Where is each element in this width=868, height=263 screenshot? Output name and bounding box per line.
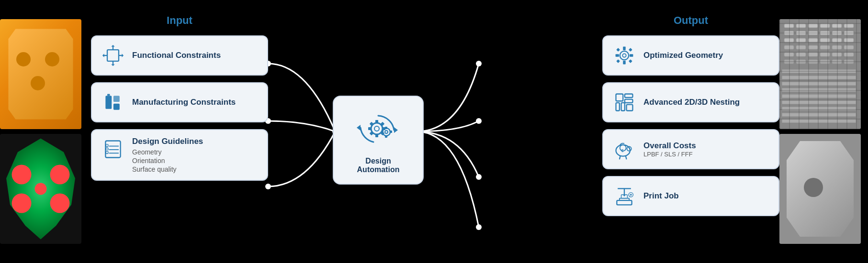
svg-rect-62 [627,105,633,111]
svg-point-125 [831,152,838,159]
printer-icon [612,184,637,208]
svg-rect-19 [113,96,120,102]
gear-icon [612,43,637,68]
svg-rect-55 [616,59,620,63]
svg-rect-88 [832,31,842,35]
svg-marker-11 [111,45,114,47]
svg-rect-123 [779,134,861,244]
green-topology-image [0,134,81,244]
svg-rect-89 [844,31,854,35]
svg-rect-41 [385,127,387,129]
svg-rect-53 [616,48,620,52]
advanced-nesting-label: Advanced 2D/3D Nesting [643,98,740,107]
svg-rect-77 [779,19,861,129]
svg-point-48 [622,54,626,57]
svg-text:€: € [621,148,624,153]
svg-rect-84 [784,31,794,35]
output-boxes: Optimized Geometry Advanced 2D/3 [602,35,779,216]
grid-blocks-icon [612,90,637,115]
svg-line-66 [626,156,627,159]
svg-rect-116 [782,82,856,86]
svg-rect-117 [782,88,856,92]
advanced-nesting-content: Advanced 2D/3D Nesting [643,98,740,107]
svg-rect-100 [832,45,842,49]
svg-rect-31 [375,120,378,123]
functional-constraints-label: Functional Constraints [132,51,221,60]
svg-rect-61 [621,103,625,111]
svg-rect-33 [368,127,372,130]
svg-rect-112 [832,60,842,64]
svg-point-76 [630,194,632,196]
svg-rect-110 [808,60,818,64]
svg-point-124 [802,152,810,159]
overall-costs-sublabel: LPBF / SLS / FFF [643,151,696,158]
svg-rect-43 [381,131,383,133]
svg-rect-26 [106,144,108,147]
svg-rect-59 [625,99,633,103]
svg-rect-92 [808,38,818,42]
left-images [0,0,89,263]
metal-part-image [779,134,861,244]
orange-part-image [0,19,81,129]
svg-rect-102 [784,53,794,56]
guideline-surface: Surface quality [132,165,203,173]
svg-rect-115 [782,76,856,79]
svg-rect-57 [616,94,623,101]
svg-rect-56 [629,59,632,63]
svg-rect-50 [623,61,626,64]
svg-rect-118 [782,94,856,98]
svg-point-2 [265,184,271,189]
overall-costs-box: € Overall Costs LPBF / SLS / FFF [602,129,779,169]
right-images [779,0,868,263]
svg-point-40 [385,131,388,133]
svg-point-39 [383,128,390,136]
svg-rect-54 [629,48,632,52]
optimized-geometry-content: Optimized Geometry [643,51,723,60]
svg-rect-93 [820,38,830,42]
print-job-label: Print Job [643,191,679,201]
svg-rect-78 [784,24,794,28]
svg-rect-27 [106,148,108,150]
overall-costs-content: Overall Costs LPBF / SLS / FFF [643,141,696,158]
svg-rect-121 [782,113,856,117]
svg-rect-42 [385,135,387,138]
svg-point-6 [476,118,482,124]
svg-rect-90 [784,38,794,42]
svg-rect-95 [844,38,854,42]
svg-rect-70 [620,198,629,201]
svg-rect-80 [808,24,818,28]
svg-rect-83 [844,24,854,28]
output-section: Output [602,14,779,216]
svg-rect-87 [820,31,830,35]
svg-rect-99 [820,45,830,49]
svg-rect-28 [106,152,108,154]
svg-rect-101 [844,45,854,49]
battery-blocks-icon [101,90,125,115]
svg-rect-82 [832,24,842,28]
design-automation-box: Design Automation [333,96,424,185]
svg-rect-18 [105,96,112,109]
svg-rect-98 [808,45,818,49]
svg-rect-49 [623,47,626,50]
optimized-geometry-box: Optimized Geometry [602,35,779,76]
input-boxes: Functional Constraints Manufacturing Con… [91,35,268,181]
overall-costs-label: Overall Costs [643,141,696,151]
svg-rect-107 [844,53,854,56]
svg-rect-9 [107,50,119,61]
svg-rect-108 [784,60,794,64]
svg-point-5 [476,61,482,66]
svg-rect-58 [625,94,633,98]
svg-rect-69 [617,200,631,205]
svg-rect-44 [390,131,392,133]
svg-rect-94 [832,38,842,42]
center-label: Design Automation [347,157,409,174]
gears-cycle-icon [357,111,400,151]
svg-rect-111 [820,60,830,64]
piggy-bank-icon: € [612,137,637,162]
metal-grid-image [779,19,861,129]
input-title: Input [91,14,268,27]
svg-rect-32 [375,134,378,137]
output-title: Output [602,14,779,27]
svg-marker-74 [623,195,626,197]
svg-rect-106 [832,53,842,56]
